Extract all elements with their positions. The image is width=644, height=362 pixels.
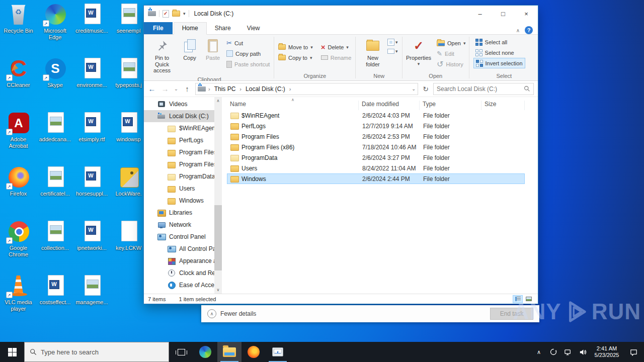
desktop-icon[interactable]: ↗ Adobe Acrobat <box>1 112 37 166</box>
column-header-name[interactable]: Name <box>227 101 359 110</box>
copy-path-button[interactable]: Copy path <box>224 48 272 59</box>
open-button[interactable]: Open ▾ <box>435 38 467 48</box>
desktop-icon[interactable]: ↗ LockWare. <box>111 166 147 220</box>
minimize-button[interactable]: – <box>468 6 492 22</box>
nav-item[interactable]: Local Disk (C:) <box>144 110 214 122</box>
tab-file[interactable]: File <box>144 22 173 34</box>
network-icon[interactable] <box>562 342 574 362</box>
refresh-icon[interactable]: ↻ <box>421 85 430 93</box>
search-icon[interactable] <box>524 85 530 92</box>
forward-icon[interactable]: → <box>160 84 170 93</box>
nav-item[interactable]: $WinREAgent <box>144 122 214 134</box>
desktop-icon[interactable]: ↗ seenempl <box>111 3 147 57</box>
action-center-icon[interactable] <box>625 342 642 362</box>
nav-item[interactable]: Clock and Region <box>144 267 214 279</box>
breadcrumb[interactable]: › This PC › Local Disk (C:) › ⌄ <box>195 83 418 95</box>
tab-share[interactable]: Share <box>207 23 239 34</box>
details-view-button[interactable] <box>513 295 523 303</box>
help-icon[interactable]: ? <box>525 26 533 34</box>
desktop-icon[interactable]: ↗ Skype <box>37 57 73 112</box>
task-view-button[interactable] <box>169 342 193 362</box>
customize-qat-dropdown-icon[interactable]: ▾ <box>183 11 186 16</box>
nav-item[interactable]: Program Files (x86) <box>144 158 214 170</box>
tab-view[interactable]: View <box>239 23 268 34</box>
desktop-icon[interactable]: ↗ addedcana... <box>37 112 73 166</box>
desktop-icon[interactable]: ↗ horsesuppl... <box>74 166 110 220</box>
desktop-icon[interactable]: ↗ Google Chrome <box>1 220 37 275</box>
maximize-button[interactable]: □ <box>492 6 515 22</box>
desktop-icon[interactable]: ↗ VLC media player <box>1 275 37 329</box>
column-header-type[interactable]: Type <box>420 101 481 110</box>
desktop-icon[interactable]: ↗ ipnetworki... <box>74 220 110 275</box>
volume-icon[interactable] <box>577 342 589 362</box>
new-folder-button[interactable]: New folder <box>360 37 385 69</box>
taskbar-file-explorer-button[interactable] <box>217 342 242 362</box>
new-item-button[interactable]: ▾ <box>387 39 398 46</box>
thumbnails-view-button[interactable] <box>524 295 534 303</box>
file-row[interactable]: Program Files 2/6/2024 2:53 PM File fold… <box>227 131 525 142</box>
nav-item[interactable]: Program Files <box>144 146 214 158</box>
desktop-icon[interactable]: ↗ CCleaner <box>1 57 37 112</box>
start-button[interactable] <box>0 342 24 362</box>
file-row[interactable]: $WinREAgent 2/6/2024 4:03 PM File folder <box>227 110 525 121</box>
collapse-ribbon-icon[interactable]: ∧ <box>516 28 520 33</box>
desktop-icon[interactable]: ↗ collection... <box>37 220 73 275</box>
file-row[interactable]: ProgramData 2/6/2024 3:27 PM File folder <box>227 152 525 163</box>
desktop-icon[interactable]: ↗ manageme... <box>74 275 110 329</box>
tree-scrollbar[interactable]: ∧ ∨ <box>214 97 222 294</box>
taskbar-clock[interactable]: 2:41 AM 5/23/2025 <box>591 345 622 358</box>
taskbar-edge-button[interactable] <box>193 342 217 362</box>
end-task-button[interactable]: End task <box>490 308 533 320</box>
nav-item[interactable]: Ease of Access <box>144 279 214 291</box>
properties-icon[interactable] <box>163 10 169 18</box>
pin-to-quick-access-button[interactable]: Pin to Quick access <box>146 37 178 75</box>
nav-item[interactable]: Network <box>144 219 214 231</box>
file-row[interactable]: PerfLogs 12/7/2019 9:14 AM File folder <box>227 121 525 131</box>
scroll-up-icon[interactable]: ∧ <box>214 97 222 105</box>
nav-item[interactable]: Windows <box>144 195 214 207</box>
delete-button[interactable]: × Delete ▾ <box>319 42 354 52</box>
desktop-icon[interactable]: ↗ costseffect... <box>37 275 73 329</box>
taskbar-task-manager-button[interactable] <box>266 342 290 362</box>
cut-button[interactable]: ✂ Cut <box>224 38 272 48</box>
desktop-icon[interactable]: ↗ key.LCKW <box>111 220 147 275</box>
new-folder-icon[interactable] <box>172 11 180 17</box>
nav-item[interactable]: All Control Panel Items <box>144 243 214 255</box>
column-header-date-modified[interactable]: Date modified <box>359 101 420 110</box>
file-row[interactable]: Users 8/24/2022 11:04 AM File folder <box>227 163 525 173</box>
up-icon[interactable]: ↑ <box>182 84 192 93</box>
taskbar-firefox-button[interactable] <box>242 342 266 362</box>
hidden-icons-chevron-icon[interactable]: ∧ <box>533 342 545 362</box>
desktop-icon[interactable]: ↗ environme... <box>74 57 110 112</box>
select-none-button[interactable]: Select none <box>473 47 516 58</box>
nav-item[interactable]: Videos <box>144 98 214 110</box>
nav-item[interactable]: PerfLogs <box>144 134 214 146</box>
copy-to-button[interactable]: Copy to ▾ <box>276 52 315 63</box>
file-row[interactable]: Program Files (x86) 7/18/2024 10:46 AM F… <box>227 142 525 152</box>
breadcrumb-local-disk[interactable]: Local Disk (C:) <box>244 84 287 94</box>
taskbar-search-input[interactable] <box>41 348 164 356</box>
properties-button[interactable]: ✓ Properties ▾ <box>404 37 434 68</box>
file-row[interactable]: Windows 2/6/2024 2:44 PM File folder <box>227 173 525 184</box>
address-dropdown-icon[interactable]: ⌄ <box>412 86 416 92</box>
paste-button[interactable]: Paste <box>201 37 224 63</box>
scrollbar-thumb[interactable] <box>214 205 222 270</box>
rename-button[interactable]: Rename <box>319 52 354 63</box>
breadcrumb-this-pc[interactable]: This PC <box>213 84 237 94</box>
history-button[interactable]: ↺ History <box>435 59 467 69</box>
recent-locations-dropdown-icon[interactable]: ⌄ <box>173 86 179 92</box>
easy-access-button[interactable]: ▾ <box>387 49 398 54</box>
copy-button[interactable]: Copy <box>178 37 201 63</box>
search-input[interactable] <box>437 85 524 93</box>
sync-status-icon[interactable] <box>547 342 559 362</box>
desktop-icon[interactable]: ↗ windowsp <box>111 112 147 166</box>
invert-selection-button[interactable]: Invert selection <box>473 58 525 68</box>
nav-item[interactable]: Appearance and Personalization <box>144 255 214 267</box>
nav-item[interactable]: ProgramData <box>144 170 214 183</box>
paste-shortcut-button[interactable]: Paste shortcut <box>224 59 272 69</box>
nav-item[interactable]: Libraries <box>144 207 214 219</box>
back-icon[interactable]: ← <box>147 84 157 93</box>
nav-item[interactable]: Control Panel <box>144 231 214 243</box>
close-button[interactable]: × <box>515 6 538 22</box>
nav-item[interactable]: Users <box>144 183 214 195</box>
